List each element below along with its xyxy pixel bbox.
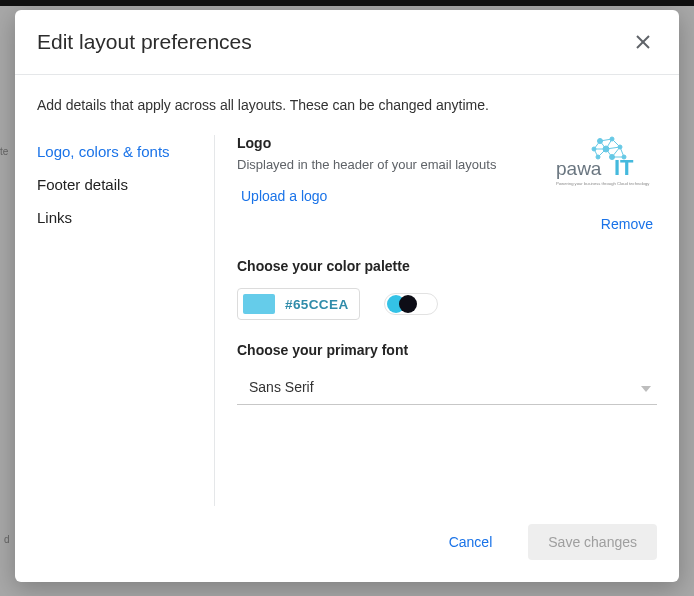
cancel-button[interactable]: Cancel [429,524,513,560]
svg-text:pawa: pawa [556,158,602,179]
upload-logo-link[interactable]: Upload a logo [237,182,331,210]
font-section-title: Choose your primary font [237,342,657,358]
bg-fragment: d [4,534,10,545]
dialog-title: Edit layout preferences [37,30,252,54]
svg-text:IT: IT [614,155,634,180]
palette-row: #65CCEA [237,288,657,320]
sidebar-item-footer-details[interactable]: Footer details [37,168,204,201]
palette-mode-toggle[interactable] [384,293,438,315]
remove-logo-link[interactable]: Remove [597,210,657,238]
color-swatch-preview [243,294,275,314]
sidebar-item-links[interactable]: Links [37,201,204,234]
brand-logo-pawa-it: pawa IT Powering your business through C… [550,135,656,191]
svg-marker-26 [641,386,651,392]
sidebar-item-logo-colors-fonts[interactable]: Logo, colors & fonts [37,135,204,168]
sidebar-item-label: Logo, colors & fonts [37,143,170,160]
logo-section-title: Logo [237,135,549,151]
dialog-header: Edit layout preferences [15,10,679,75]
settings-panel: Logo Displayed in the header of your ema… [215,135,657,506]
dialog-body: Add details that apply across all layout… [15,75,679,506]
svg-line-11 [594,141,600,149]
svg-text:Powering your business through: Powering your business through Cloud tec… [556,181,650,186]
sidebar-item-label: Footer details [37,176,128,193]
logo-remove-row: Remove [237,210,657,238]
color-swatch-hex: #65CCEA [285,297,349,312]
primary-font-value: Sans Serif [249,379,314,395]
palette-section-title: Choose your color palette [237,258,657,274]
chevron-down-icon [641,378,651,396]
sidebar-item-label: Links [37,209,72,226]
svg-line-18 [598,149,606,157]
edit-layout-preferences-dialog: Edit layout preferences Add details that… [15,10,679,582]
toggle-dark-dot [399,295,417,313]
logo-section-left: Logo Displayed in the header of your ema… [237,135,549,210]
dialog-footer: Cancel Save changes [15,506,679,582]
window-top-bar [0,0,694,6]
dialog-intro-text: Add details that apply across all layout… [37,97,657,113]
close-icon [635,34,651,50]
settings-sidebar: Logo, colors & fonts Footer details Link… [37,135,215,506]
svg-line-14 [612,139,620,147]
logo-preview: pawa IT Powering your business through C… [549,135,657,191]
save-changes-button[interactable]: Save changes [528,524,657,560]
bg-fragment: te [0,146,8,157]
primary-font-select[interactable]: Sans Serif [237,370,657,405]
color-swatch-button[interactable]: #65CCEA [237,288,360,320]
close-button[interactable] [629,28,657,56]
logo-section: Logo Displayed in the header of your ema… [237,135,657,210]
logo-section-description: Displayed in the header of your email la… [237,157,549,172]
dialog-content-row: Logo, colors & fonts Footer details Link… [37,135,657,506]
